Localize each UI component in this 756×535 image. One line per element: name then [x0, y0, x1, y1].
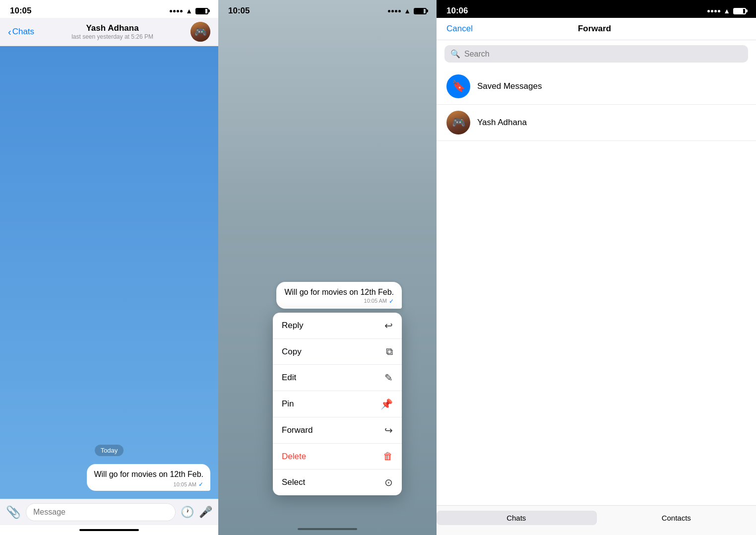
tab-contacts-label: Contacts [662, 514, 691, 522]
menu-label-select: Select [282, 477, 305, 487]
copy-icon: ⧉ [386, 346, 393, 357]
signal-icon-2 [388, 10, 401, 12]
delete-icon: 🗑 [383, 451, 393, 462]
home-bar-1 [0, 525, 218, 535]
context-menu: Reply ↩ Copy ⧉ Edit ✎ Pin 📌 Forward ↪ De… [273, 313, 402, 495]
status-bar-1: 10:05 ▲ [0, 0, 218, 18]
context-check-icon: ✓ [389, 298, 394, 305]
bottom-tabs: Chats Contacts [437, 505, 756, 535]
status-icons-1: ▲ [170, 7, 208, 15]
battery-icon-3 [733, 8, 746, 14]
home-indicator [79, 529, 139, 531]
attach-icon[interactable]: 📎 [6, 505, 21, 519]
panel-forward: 10:06 ▲ Cancel Forward 🔍 🔖 [437, 0, 756, 535]
forward-title: Forward [578, 24, 611, 34]
status-bar-2: 10:05 ▲ [218, 0, 437, 18]
cancel-button[interactable]: Cancel [446, 24, 473, 34]
menu-item-select[interactable]: Select ⊙ [273, 469, 402, 495]
select-icon: ⊙ [384, 476, 393, 488]
menu-label-reply: Reply [282, 321, 303, 331]
menu-label-delete: Delete [282, 452, 306, 462]
status-time-2: 10:05 [228, 6, 250, 16]
battery-icon-2 [414, 8, 427, 14]
contact-list: 🔖 Saved Messages 🎮 Yash Adhana [437, 68, 756, 505]
context-bubble: Will go for movies on 12th Feb. 10:05 AM… [276, 282, 402, 309]
status-icons-3: ▲ [707, 7, 746, 15]
forward-nav: Cancel Forward [437, 18, 756, 40]
contact-item-yash[interactable]: 🎮 Yash Adhana [437, 105, 756, 141]
menu-item-forward[interactable]: Forward ↪ [273, 417, 402, 444]
search-input-wrap: 🔍 [444, 45, 748, 63]
signal-icon-3 [707, 10, 720, 12]
chat-body: Today Will go for movies on 12th Feb. 10… [0, 46, 218, 499]
wifi-icon: ▲ [186, 7, 192, 15]
search-icon: 🔍 [450, 49, 460, 59]
wifi-icon-2: ▲ [404, 7, 411, 15]
context-bubble-meta: 10:05 AM ✓ [284, 298, 394, 305]
battery-icon [195, 8, 208, 14]
tab-chats-label: Chats [506, 514, 526, 522]
yash-avatar-icon: 🎮 [452, 116, 465, 129]
header-center: Yash Adhana last seen yesterday at 5:26 … [38, 23, 187, 40]
status-time-1: 10:05 [10, 6, 31, 16]
contact-name-yash: Yash Adhana [477, 118, 527, 128]
menu-label-pin: Pin [282, 399, 294, 409]
contact-status: last seen yesterday at 5:26 PM [71, 33, 153, 40]
avatar[interactable] [190, 22, 210, 42]
forward-icon: ↪ [384, 424, 393, 436]
back-chevron-icon: ‹ [8, 26, 11, 38]
avatar-image [190, 22, 210, 42]
menu-label-forward: Forward [282, 425, 313, 435]
home-bar-2 [298, 528, 357, 530]
message-input-bar: 📎 🕐 🎤 [0, 499, 218, 525]
yash-avatar: 🎮 [446, 111, 470, 134]
signal-icon [170, 10, 183, 12]
bookmark-icon: 🔖 [452, 80, 465, 93]
menu-item-delete[interactable]: Delete 🗑 [273, 444, 402, 469]
search-input[interactable] [464, 50, 742, 59]
emoji-icon[interactable]: 🕐 [181, 506, 194, 519]
mic-icon[interactable]: 🎤 [199, 506, 212, 519]
chat-header: ‹ Chats Yash Adhana last seen yesterday … [0, 18, 218, 46]
message-input[interactable] [26, 503, 176, 521]
contact-name: Yash Adhana [86, 23, 138, 33]
saved-messages-avatar: 🔖 [446, 74, 470, 98]
context-bubble-time: 10:05 AM [364, 298, 387, 305]
contact-name-saved: Saved Messages [477, 81, 542, 91]
tab-contacts[interactable]: Contacts [597, 511, 756, 525]
check-icon: ✓ [198, 481, 203, 488]
context-bubble-text: Will go for movies on 12th Feb. [284, 288, 394, 296]
search-bar: 🔍 [437, 40, 756, 68]
wifi-icon-3: ▲ [723, 7, 730, 15]
status-icons-2: ▲ [388, 7, 427, 15]
panel-context-menu: 10:05 ▲ Will go for movies on 12th Feb. … [218, 0, 437, 535]
menu-item-reply[interactable]: Reply ↩ [273, 313, 402, 339]
panel-chat: 10:05 ▲ ‹ Chats Yash Adhana last seen ye… [0, 0, 218, 535]
context-container: Will go for movies on 12th Feb. 10:05 AM… [253, 282, 402, 495]
status-bar-3: 10:06 ▲ [437, 0, 756, 18]
menu-item-pin[interactable]: Pin 📌 [273, 391, 402, 417]
bubble-meta: 10:05 AM ✓ [94, 481, 203, 488]
bubble-time: 10:05 AM [174, 481, 196, 487]
tab-chats[interactable]: Chats [437, 511, 597, 525]
back-button[interactable]: ‹ Chats [8, 26, 34, 38]
menu-item-copy[interactable]: Copy ⧉ [273, 339, 402, 365]
message-bubble[interactable]: Will go for movies on 12th Feb. 10:05 AM… [87, 464, 210, 491]
menu-label-edit: Edit [282, 373, 296, 383]
menu-label-copy: Copy [282, 347, 302, 357]
bubble-text: Will go for movies on 12th Feb. [94, 470, 203, 478]
menu-item-edit[interactable]: Edit ✎ [273, 365, 402, 391]
back-label: Chats [12, 27, 34, 37]
pin-icon: 📌 [380, 398, 393, 410]
contact-item-saved[interactable]: 🔖 Saved Messages [437, 68, 756, 105]
date-badge: Today [95, 445, 124, 456]
reply-icon: ↩ [384, 320, 393, 332]
status-time-3: 10:06 [446, 6, 468, 16]
edit-icon: ✎ [384, 372, 393, 384]
